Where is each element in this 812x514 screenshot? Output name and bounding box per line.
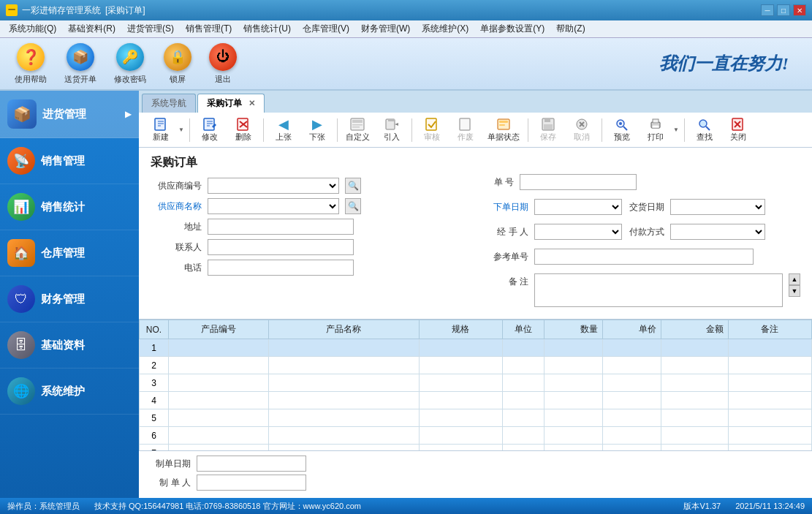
sidebar-item-basic[interactable]: 🗄 基础资料 (0, 322, 139, 369)
contact-input[interactable] (208, 239, 354, 255)
table-row[interactable]: 2 (140, 357, 812, 374)
cell-prodcode[interactable] (169, 409, 269, 427)
created-by-input[interactable] (197, 475, 306, 491)
menu-help[interactable]: 帮助(Z) (550, 21, 591, 37)
memo-scroll-down[interactable]: ▼ (789, 285, 800, 297)
table-row[interactable]: 6 (140, 427, 812, 445)
btn-edit[interactable]: 修改 (194, 116, 226, 144)
toolbar-password-btn[interactable]: 🔑 修改密码 (108, 40, 152, 88)
phone-input[interactable] (208, 260, 354, 276)
btn-delete[interactable]: 删除 (227, 116, 259, 144)
svg-rect-19 (426, 118, 436, 130)
btn-cancel[interactable]: 取消 (566, 116, 598, 144)
sep3 (337, 118, 338, 142)
sidebar-label-basic: 基础资料 (41, 339, 85, 352)
btn-audit[interactable]: 审核 (416, 116, 448, 144)
btn-status[interactable]: 单据状态 (483, 116, 524, 144)
sidebar-item-sysmaint[interactable]: 🌐 系统维护 (0, 369, 139, 415)
print-icon (648, 117, 663, 132)
btn-prev[interactable]: ◀ 上张 (267, 116, 300, 144)
table-row[interactable]: 4 (140, 392, 812, 409)
cell-prodcode[interactable] (169, 427, 269, 445)
toolbar-help-btn[interactable]: ❓ 使用帮助 (9, 40, 53, 88)
next-icon: ▶ (312, 117, 322, 132)
menu-inbound[interactable]: 进货管理(S) (121, 21, 180, 37)
ref-no-input[interactable] (534, 249, 754, 265)
btn-save[interactable]: 保存 (532, 116, 564, 144)
order-date-select[interactable] (534, 199, 622, 215)
btn-new-group[interactable]: 新建 ▼ (145, 116, 186, 144)
btn-print-group[interactable]: 打印 ▼ (640, 116, 680, 144)
btn-print[interactable]: 打印 (640, 116, 672, 144)
menu-warehouse[interactable]: 仓库管理(V) (297, 21, 355, 37)
created-by-label: 制 单 人 (151, 477, 191, 489)
toolbar-send-btn[interactable]: 📦 送货开单 (58, 40, 102, 88)
status-datetime: 2021/5/11 13:24:49 (735, 502, 805, 510)
col-header-memo: 备注 (728, 320, 811, 339)
menu-system[interactable]: 系统功能(Q) (3, 21, 62, 37)
btn-custom[interactable]: 自定义 (341, 116, 374, 144)
supplier-code-search-btn[interactable]: 🔍 (345, 178, 361, 194)
cell-memo (728, 357, 811, 374)
payment-select[interactable] (670, 224, 765, 240)
supplier-name-select[interactable] (208, 198, 339, 214)
btn-preview[interactable]: 预览 (606, 116, 638, 144)
address-input[interactable] (208, 219, 354, 235)
menu-finance[interactable]: 财务管理(W) (355, 21, 416, 37)
order-no-input[interactable] (520, 174, 637, 190)
created-by-row: 制 单 人 (151, 475, 800, 491)
tab-nav[interactable]: 系统导航 (142, 94, 196, 113)
menu-sales[interactable]: 销售管理(T) (180, 21, 238, 37)
menu-doc-settings[interactable]: 单据参数设置(Y) (474, 21, 550, 37)
cell-no: 3 (140, 374, 169, 392)
toolbar-lock-label: 锁屏 (170, 74, 186, 85)
table-row[interactable]: 3 (140, 374, 812, 392)
memo-scroll-up[interactable]: ▲ (789, 273, 800, 285)
sidebar-item-warehouse[interactable]: 🏠 仓库管理 (0, 230, 139, 276)
close-button[interactable]: ✕ (793, 4, 806, 16)
cell-prodname (269, 339, 420, 357)
btn-next[interactable]: ▶ 下张 (301, 116, 333, 144)
svg-rect-14 (352, 124, 363, 126)
logo-text: 我们一直在努力! (659, 54, 789, 73)
maximize-button[interactable]: □ (777, 4, 790, 16)
menu-maintenance[interactable]: 系统维护(X) (416, 21, 474, 37)
btn-void[interactable]: 作废 (449, 116, 482, 144)
btn-new[interactable]: 新建 (145, 116, 177, 144)
sidebar-item-inbound[interactable]: 📦 进货管理 ▶ (0, 91, 139, 138)
col-header-price: 单价 (603, 320, 661, 339)
new-arrow-icon[interactable]: ▼ (177, 126, 186, 133)
btn-close[interactable]: 关闭 (722, 116, 754, 144)
cell-prodcode[interactable] (169, 445, 269, 451)
supplier-code-select[interactable] (208, 178, 339, 194)
sidebar-item-sales[interactable]: 📡 销售管理 (0, 138, 139, 184)
cell-prodcode[interactable] (169, 374, 269, 392)
toolbar-lock-btn[interactable]: 🔒 锁屏 (158, 40, 197, 88)
sidebar-item-finance[interactable]: 🛡 财务管理 (0, 276, 139, 322)
btn-import[interactable]: 引入 (376, 116, 408, 144)
table-row[interactable]: 5 (140, 409, 812, 427)
minimize-button[interactable]: ─ (761, 4, 774, 16)
sidebar-item-salesstats[interactable]: 📊 销售统计 (0, 184, 139, 230)
cell-prodcode[interactable] (169, 357, 269, 374)
table-row[interactable]: 7 (140, 445, 812, 451)
menu-basic[interactable]: 基础资料(R) (62, 21, 121, 37)
table-row[interactable]: 1 (140, 339, 812, 357)
tab-close-icon[interactable]: ✕ (248, 99, 255, 107)
cell-price (603, 357, 661, 374)
handler-select[interactable] (534, 224, 622, 240)
tab-purchase-order[interactable]: 采购订单 ✕ (197, 94, 265, 113)
btn-search[interactable]: 查找 (688, 116, 721, 144)
cell-spec (419, 357, 502, 374)
form-title: 采购订单 (151, 155, 361, 170)
cell-prodcode[interactable] (169, 392, 269, 409)
print-arrow-icon[interactable]: ▼ (672, 126, 680, 133)
menu-salesstats[interactable]: 销售统计(U) (238, 21, 297, 37)
sep5 (528, 118, 528, 142)
delivery-date-select[interactable] (670, 199, 765, 215)
memo-textarea[interactable] (534, 273, 783, 307)
cell-prodcode[interactable] (169, 339, 269, 357)
toolbar-exit-btn[interactable]: ⏻ 退出 (203, 40, 243, 88)
supplier-name-search-btn[interactable]: 🔍 (345, 198, 361, 214)
created-date-input[interactable] (197, 456, 306, 472)
